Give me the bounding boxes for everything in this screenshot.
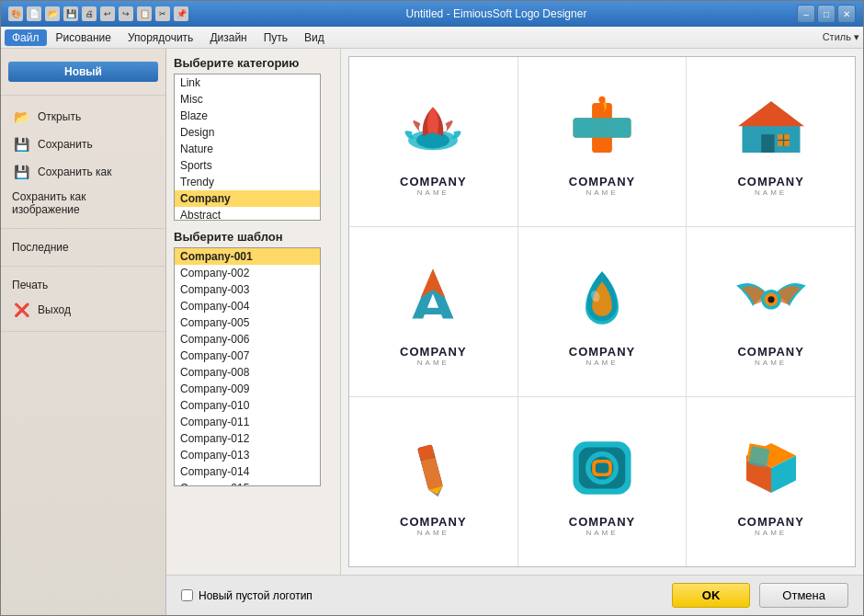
open-icon[interactable]: 📂 (45, 6, 60, 21)
name-text-9: NAME (755, 529, 787, 537)
name-text-2: NAME (585, 188, 618, 197)
open-file-icon: 📂 (12, 108, 30, 126)
print-icon[interactable]: 🖨 (82, 6, 97, 21)
ok-button[interactable]: OK (672, 583, 751, 608)
svg-marker-8 (738, 101, 804, 126)
template-label: Выберите шаблон (174, 230, 333, 244)
template-item-010[interactable]: Company-010 (175, 397, 320, 414)
open-action[interactable]: 📂 Открыть (1, 103, 165, 131)
template-item-011[interactable]: Company-011 (175, 414, 320, 430)
main-content: Новый 📂 Открыть 💾 Сохранить 💾 Сохранить … (1, 49, 863, 615)
save-action[interactable]: 💾 Сохранить (1, 131, 165, 158)
logo-cell-1[interactable]: COMPANY NAME (349, 57, 517, 226)
company-text-7: COMPANY (400, 515, 466, 529)
template-item-013[interactable]: Company-013 (175, 447, 320, 463)
category-listbox[interactable]: Link Misc Blaze Design Nature Sports Tre… (174, 74, 321, 221)
template-item-002[interactable]: Company-002 (175, 265, 320, 281)
exit-icon: ❌ (12, 301, 30, 319)
category-section: Выберите категорию Link Misc Blaze Desig… (174, 56, 333, 221)
template-item-006[interactable]: Company-006 (175, 331, 320, 348)
template-item-014[interactable]: Company-014 (175, 463, 320, 480)
style-menu[interactable]: Стиль ▾ (823, 31, 859, 43)
category-item-nature[interactable]: Nature (175, 141, 320, 157)
name-text-3: NAME (755, 188, 787, 197)
logo-cell-3[interactable]: COMPANY NAME (687, 57, 855, 226)
menu-draw[interactable]: Рисование (49, 29, 119, 46)
logo-svg-9 (730, 427, 813, 509)
company-text-6: COMPANY (737, 345, 803, 359)
print-action[interactable]: Печать (1, 274, 165, 296)
new-button[interactable]: Новый (8, 62, 158, 82)
save-image-action[interactable]: Сохранить как изображение (1, 186, 165, 221)
category-item-abstract[interactable]: Abstract (175, 207, 320, 221)
exit-label: Выход (38, 303, 71, 316)
recent-section: Последние (1, 229, 165, 267)
logo-svg-5 (561, 257, 643, 339)
category-item-trendy[interactable]: Trendy (175, 174, 320, 190)
template-item-005[interactable]: Company-005 (175, 314, 320, 331)
company-text-4: COMPANY (400, 345, 466, 359)
logo-cell-5[interactable]: COMPANY NAME (518, 227, 687, 396)
template-listbox[interactable]: Company-001 Company-002 Company-003 Comp… (174, 247, 321, 486)
category-item-design[interactable]: Design (175, 124, 320, 141)
category-item-company[interactable]: Company (175, 190, 320, 207)
category-item-link[interactable]: Link (175, 74, 320, 91)
menu-file[interactable]: Файл (5, 29, 47, 46)
logo-cell-9[interactable]: COMPANY NAME (687, 397, 855, 566)
logo-cell-4[interactable]: COMPANY NAME (349, 227, 517, 396)
recent-action[interactable]: Последние (1, 236, 165, 258)
company-text-1: COMPANY (400, 175, 466, 188)
template-item-001[interactable]: Company-001 (175, 248, 320, 265)
minimize-button[interactable]: – (797, 5, 815, 23)
cut-icon[interactable]: ✂ (155, 6, 170, 21)
content-wrapper: Выберите категорию Link Misc Blaze Desig… (166, 49, 863, 575)
paste-icon[interactable]: 📌 (174, 6, 188, 21)
maximize-button[interactable]: □ (817, 5, 836, 23)
template-item-012[interactable]: Company-012 (175, 430, 320, 447)
logo-svg-2 (561, 86, 643, 169)
save-as-icon: 💾 (12, 163, 30, 181)
company-text-3: COMPANY (737, 175, 803, 188)
logo-cell-2[interactable]: COMPANY NAME (518, 57, 687, 226)
logo-svg-1 (392, 86, 474, 169)
category-item-sports[interactable]: Sports (175, 157, 320, 174)
cancel-button[interactable]: Отмена (759, 583, 848, 608)
template-item-009[interactable]: Company-009 (175, 381, 320, 397)
save-label: Сохранить (38, 138, 93, 151)
title-bar: 🎨 📄 📂 💾 🖨 ↩ ↪ 📋 ✂ 📌 Untitled - EimiousSo… (1, 1, 863, 27)
svg-rect-15 (420, 308, 447, 314)
template-item-004[interactable]: Company-004 (175, 298, 320, 314)
bottom-bar: Новый пустой логотип OK Отмена (166, 575, 863, 615)
logo-cell-6[interactable]: COMPANY NAME (687, 227, 855, 396)
save-as-label: Сохранить как (38, 165, 111, 178)
name-text-7: NAME (417, 529, 449, 537)
logo-cell-8[interactable]: COMPANY NAME (518, 397, 687, 566)
close-button[interactable]: ✕ (837, 5, 856, 23)
save-icon[interactable]: 💾 (63, 6, 78, 21)
menu-design[interactable]: Дизайн (202, 29, 254, 46)
redo-icon[interactable]: ↪ (119, 6, 133, 21)
name-text-1: NAME (417, 188, 449, 197)
template-item-007[interactable]: Company-007 (175, 348, 320, 364)
logo-cell-7[interactable]: COMPANY NAME (349, 397, 517, 566)
new-icon[interactable]: 📄 (27, 6, 41, 21)
menu-path[interactable]: Путь (256, 29, 295, 46)
company-text-9: COMPANY (737, 515, 803, 529)
template-item-008[interactable]: Company-008 (175, 364, 320, 381)
copy-icon[interactable]: 📋 (137, 6, 152, 21)
exit-action[interactable]: ❌ Выход (1, 296, 165, 324)
template-item-015[interactable]: Company-015 (175, 480, 320, 486)
template-item-003[interactable]: Company-003 (175, 281, 320, 298)
category-item-blaze[interactable]: Blaze (175, 108, 320, 124)
category-item-misc[interactable]: Misc (175, 91, 320, 108)
right-content: Выберите категорию Link Misc Blaze Desig… (166, 49, 863, 615)
undo-icon[interactable]: ↩ (100, 6, 115, 21)
name-text-5: NAME (585, 359, 618, 367)
app-icon: 🎨 (8, 6, 23, 21)
new-blank-checkbox-area: Новый пустой логотип (181, 589, 313, 602)
logo-svg-3 (730, 86, 813, 169)
new-blank-checkbox[interactable] (181, 589, 193, 601)
menu-view[interactable]: Вид (297, 29, 332, 46)
menu-arrange[interactable]: Упорядочить (120, 29, 200, 46)
save-as-action[interactable]: 💾 Сохранить как (1, 158, 165, 186)
